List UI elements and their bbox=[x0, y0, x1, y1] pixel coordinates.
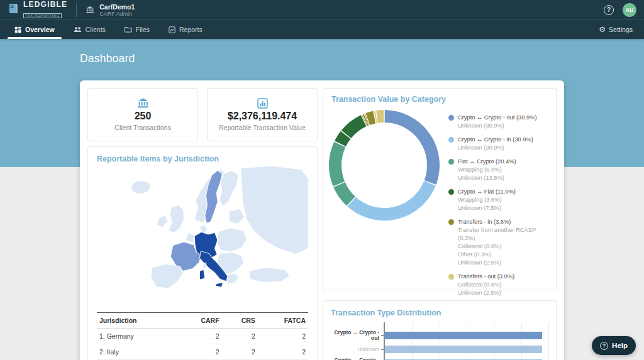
legend-group: Transfers - in (3.6%)Transfer from anoth… bbox=[448, 218, 550, 267]
legend-group: Transfers - out (3.0%)Collateral (0.6%)U… bbox=[448, 273, 550, 297]
gear-icon: ⚙ bbox=[599, 26, 606, 33]
help-circle-icon[interactable]: ? bbox=[604, 5, 614, 15]
bar bbox=[385, 346, 542, 353]
stat-value: 250 bbox=[135, 111, 152, 122]
legend-group: Crypto → Fiat (11.0%)Wrapping (3.6%)Unkn… bbox=[448, 188, 550, 212]
bar-row bbox=[385, 356, 548, 360]
donut-chart bbox=[329, 110, 440, 221]
navbar: OverviewClientsFilesReports ⚙ Settings bbox=[0, 19, 644, 39]
table-header-cell: CRS bbox=[222, 313, 258, 329]
legend-dot bbox=[448, 219, 454, 225]
legend-item[interactable]: Transfers - in (3.6%) bbox=[448, 218, 550, 226]
map-region-russia bbox=[241, 166, 308, 254]
logo-subtitle: TAX REPORTING bbox=[23, 13, 62, 18]
table-cell: 2 bbox=[222, 344, 258, 360]
legend-sub-item: Wrapping (3.6%) bbox=[458, 196, 550, 204]
org-role: CARF Admin bbox=[99, 11, 135, 17]
nav-item-label: Files bbox=[136, 26, 150, 33]
avatar[interactable]: AU bbox=[623, 3, 636, 17]
nav-item-files[interactable]: Files bbox=[115, 20, 159, 39]
legend-item[interactable]: Crypto ↔ Crypto - out (30.9%) bbox=[448, 114, 550, 122]
stat-label: Reportable Transaction Value bbox=[219, 124, 306, 131]
topbar: LEDGIBLE TAX REPORTING CarfDemo1 CARF Ad… bbox=[0, 0, 644, 19]
legend-sub-item: Unknown (2.5%) bbox=[458, 259, 550, 267]
bank-icon bbox=[86, 6, 94, 14]
map-region-uk bbox=[169, 205, 184, 233]
main-card: 250Client Transactions$2,376,119.474Repo… bbox=[80, 80, 564, 360]
legend-item[interactable]: Transfers - out (3.0%) bbox=[448, 273, 550, 281]
help-button[interactable]: ? Help bbox=[592, 336, 636, 355]
bar bbox=[385, 332, 542, 339]
legend-dot bbox=[448, 137, 454, 143]
bar-chart-icon bbox=[257, 98, 268, 109]
table-cell: 2. Italy bbox=[97, 344, 177, 360]
help-question-icon: ? bbox=[600, 342, 608, 350]
table-cell: 1. Germany bbox=[97, 329, 177, 344]
donut-segment bbox=[365, 120, 367, 121]
legend-sub-item: Unknown (30.9%) bbox=[458, 122, 550, 130]
table-header-cell: FATCA bbox=[258, 313, 308, 329]
table-cell: 2 bbox=[222, 329, 258, 344]
nav-settings[interactable]: ⚙ Settings bbox=[592, 20, 639, 39]
bar-chart-title: Transaction Type Distribution bbox=[331, 308, 548, 317]
bar-category-label: Crypto ↔ Crypto - out bbox=[331, 329, 384, 342]
nav-item-reports[interactable]: Reports bbox=[159, 20, 212, 39]
donut-segment bbox=[335, 145, 340, 184]
left-column: 250Client Transactions$2,376,119.474Repo… bbox=[87, 88, 318, 360]
folder-icon bbox=[125, 26, 132, 33]
jurisdiction-table-header: JurisdictionCARFCRSFATCA bbox=[97, 313, 308, 329]
legend-item[interactable]: Crypto → Fiat (11.0%) bbox=[448, 188, 550, 196]
map-region-sweden bbox=[205, 170, 223, 223]
legend-dot bbox=[448, 159, 454, 165]
legend-sub-item: Unknown (30.9%) bbox=[458, 144, 550, 152]
legend-group: Crypto ↔ Crypto - in (30.9%)Unknown (30.… bbox=[448, 136, 550, 152]
table-cell: 2 bbox=[258, 344, 308, 360]
legend-dot bbox=[448, 189, 454, 195]
donut-card: Transaction Value by Category Crypto ↔ C… bbox=[323, 88, 557, 290]
map-region-sicily bbox=[215, 283, 223, 287]
donut-segment bbox=[346, 121, 364, 134]
europe-map bbox=[97, 166, 308, 311]
map-region-ireland bbox=[157, 215, 168, 227]
map-region-poland bbox=[217, 228, 247, 252]
map-region-baltics bbox=[230, 209, 245, 224]
people-icon bbox=[74, 26, 82, 33]
map-region-sardinia bbox=[199, 270, 204, 280]
stat-value: $2,376,119.474 bbox=[228, 111, 297, 122]
legend-sub-item: Unknown (2.5%) bbox=[458, 289, 550, 297]
stats-row: 250Client Transactions$2,376,119.474Repo… bbox=[87, 88, 318, 141]
donut-segment bbox=[385, 116, 433, 182]
legend-dot bbox=[448, 274, 454, 280]
bar-category-label: Crypto ↔ Crypto - in bbox=[331, 356, 384, 360]
map-region-corsica bbox=[203, 263, 207, 268]
stat-card: 250Client Transactions bbox=[87, 88, 198, 141]
nav-item-overview[interactable]: Overview bbox=[5, 20, 64, 39]
legend-sub-item: Collateral (0.6%) bbox=[458, 243, 550, 251]
table-row: 1. Germany222 bbox=[97, 329, 308, 344]
legend-label: Transfers - in (3.6%) bbox=[458, 218, 511, 226]
table-cell: 2 bbox=[177, 344, 222, 360]
ledger-logo-icon bbox=[8, 3, 19, 17]
org-switcher[interactable]: CarfDemo1 CARF Admin bbox=[86, 3, 135, 17]
page-title: Dashboard bbox=[80, 52, 135, 65]
legend-sub-item: Transfer from another RCASP (0.3%) bbox=[458, 226, 550, 243]
bar-chart-card: Transaction Type Distribution Crypto ↔ C… bbox=[323, 300, 557, 360]
legend-item[interactable]: Crypto ↔ Crypto - in (30.9%) bbox=[448, 136, 550, 144]
nav-item-label: Clients bbox=[86, 26, 106, 33]
legend-dot bbox=[448, 115, 454, 121]
stat-label: Client Transactions bbox=[114, 124, 170, 131]
table-cell: 2 bbox=[177, 329, 222, 344]
settings-label: Settings bbox=[609, 26, 633, 33]
legend-sub-item: Unknown (7.5%) bbox=[458, 204, 550, 212]
nav-item-clients[interactable]: Clients bbox=[64, 20, 115, 39]
gridline bbox=[548, 322, 549, 360]
table-row: 2. Italy222 bbox=[97, 344, 308, 360]
legend-label: Fiat → Crypto (20.4%) bbox=[458, 158, 516, 166]
map-region-iceland bbox=[131, 181, 150, 194]
legend-group: Fiat → Crypto (20.4%)Wrapping (6.9%)Unkn… bbox=[448, 158, 550, 182]
donut-segment bbox=[352, 183, 430, 214]
app-logo[interactable]: LEDGIBLE TAX REPORTING bbox=[8, 1, 67, 19]
legend-item[interactable]: Fiat → Crypto (20.4%) bbox=[448, 158, 550, 166]
donut-title: Transaction Value by Category bbox=[329, 95, 550, 104]
table-cell: 2 bbox=[258, 329, 308, 344]
